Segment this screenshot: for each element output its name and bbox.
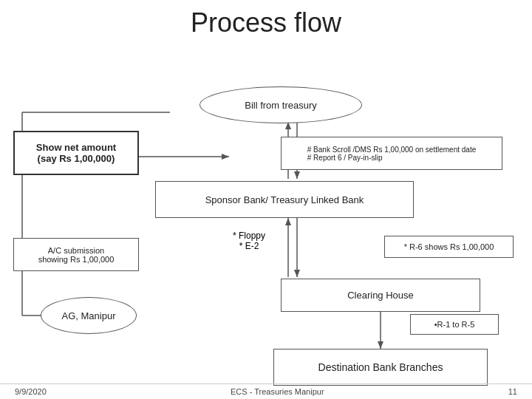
sponsor-bank: Sponsor Bank/ Treasury Linked Bank [155,181,414,218]
footer-date: 9/9/2020 [15,387,47,396]
r1-to-r5: •R-1 to R-5 [410,314,499,335]
bill-from-treasury: Bill from treasury [200,86,362,123]
ac-submission: A/C submission showing Rs 1,00,000 [13,238,139,271]
show-net-amount: Show net amount (say Rs 1,00,000) [13,131,139,175]
svg-marker-14 [222,154,229,160]
svg-marker-10 [294,270,300,277]
floppy-e2: * Floppy * E-2 [233,231,265,251]
svg-marker-6 [294,171,300,179]
page-title: Process flow [0,0,532,42]
footer-page: 11 [508,387,517,396]
svg-marker-8 [285,218,291,225]
footer: 9/9/2020 ECS - Treasuries Manipur 11 [0,383,532,399]
bank-scroll-note: # Bank Scroll /DMS Rs 1,00,000 on settle… [281,137,502,170]
destination-bank: Destination Bank Branches [273,349,488,386]
ag-manipur: AG, Manipur [41,297,137,334]
footer-center: ECS - Treasuries Manipur [231,387,324,396]
svg-marker-12 [378,341,383,349]
r6-note: * R-6 shows Rs 1,00,000 [384,236,514,258]
clearing-house: Clearing House [281,279,480,312]
diagram-area: Bill from treasury Show net amount (say … [0,42,532,397]
